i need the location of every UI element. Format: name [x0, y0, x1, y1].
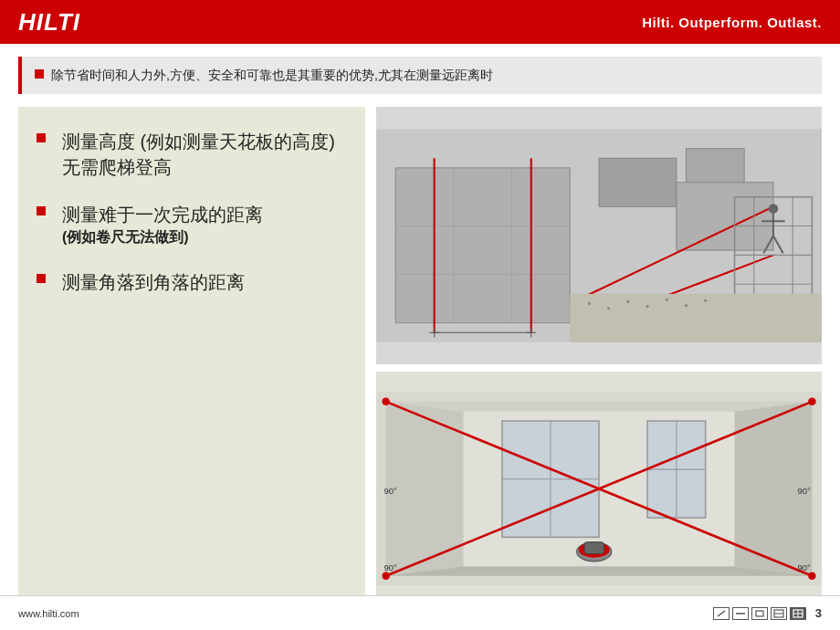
- svg-point-32: [704, 299, 707, 302]
- footer: www.hilti.com 3: [0, 595, 840, 630]
- content-row: 测量高度 (例如测量天花板的高度)无需爬梯登高 测量难于一次完成的距离 (例如卷…: [18, 107, 822, 606]
- svg-rect-25: [570, 294, 822, 342]
- footer-icon-1: [713, 607, 730, 620]
- svg-point-31: [685, 304, 688, 307]
- hilti-logo: HILTI: [18, 8, 80, 37]
- svg-point-62: [808, 572, 815, 580]
- svg-rect-1: [395, 168, 570, 323]
- svg-point-27: [607, 307, 610, 310]
- bullet-marker-1: [37, 133, 46, 142]
- bullet-item-1: 测量高度 (例如测量天花板的高度)无需爬梯登高: [37, 129, 347, 180]
- footer-icon-3: [751, 607, 768, 620]
- svg-point-59: [382, 398, 389, 405]
- svg-point-61: [382, 572, 389, 580]
- svg-point-26: [588, 302, 591, 305]
- svg-rect-10: [686, 149, 744, 187]
- bullet-item-2: 测量难于一次完成的距离 (例如卷尺无法做到): [37, 202, 347, 247]
- svg-point-20: [769, 204, 779, 214]
- bullet-text-3: 测量角落到角落的距离: [62, 269, 245, 295]
- svg-text:90°: 90°: [383, 563, 397, 573]
- image-bottom: 90° 90° 90° 90°: [376, 372, 822, 606]
- bullet-marker-2: [37, 206, 46, 215]
- footer-icons: [713, 607, 806, 620]
- bullet-marker-3: [37, 274, 46, 283]
- svg-rect-65: [756, 611, 763, 616]
- header-tagline: Hilti. Outperform. Outlast.: [642, 15, 822, 30]
- top-bullet-box: 除节省时间和人力外,方便、安全和可靠也是其重要的优势,尤其在测量远距离时: [18, 57, 822, 94]
- svg-point-30: [666, 299, 668, 301]
- svg-point-60: [808, 398, 815, 405]
- footer-icon-2: [732, 607, 749, 620]
- header: HILTI Hilti. Outperform. Outlast.: [0, 0, 840, 44]
- svg-text:90°: 90°: [383, 486, 397, 496]
- image-top: [376, 107, 822, 364]
- right-panel: 90° 90° 90° 90°: [376, 107, 822, 606]
- svg-rect-11: [677, 183, 773, 250]
- bullet-item-3: 测量角落到角落的距离: [37, 269, 347, 295]
- svg-rect-58: [584, 542, 604, 554]
- svg-text:90°: 90°: [797, 486, 811, 496]
- svg-point-29: [646, 305, 648, 308]
- main-content: 除节省时间和人力外,方便、安全和可靠也是其重要的优势,尤其在测量远距离时 测量高…: [0, 44, 840, 615]
- svg-point-28: [626, 300, 629, 303]
- bullet-marker-top: [35, 69, 44, 79]
- footer-icon-5: [790, 607, 806, 620]
- footer-icon-4: [771, 607, 787, 620]
- bullet-text-2: 测量难于一次完成的距离 (例如卷尺无法做到): [62, 202, 263, 247]
- footer-right: 3: [713, 606, 822, 620]
- page-number: 3: [815, 606, 822, 620]
- left-panel: 测量高度 (例如测量天花板的高度)无需爬梯登高 测量难于一次完成的距离 (例如卷…: [18, 107, 365, 606]
- svg-line-63: [718, 611, 725, 616]
- top-bullet-text: 除节省时间和人力外,方便、安全和可靠也是其重要的优势,尤其在测量远距离时: [51, 66, 493, 85]
- bullet-text-1: 测量高度 (例如测量天花板的高度)无需爬梯登高: [62, 129, 347, 180]
- building-illustration: [376, 107, 822, 364]
- room-illustration: 90° 90° 90° 90°: [376, 372, 822, 606]
- svg-rect-9: [599, 158, 677, 206]
- svg-text:90°: 90°: [797, 563, 811, 573]
- footer-url: www.hilti.com: [18, 608, 79, 619]
